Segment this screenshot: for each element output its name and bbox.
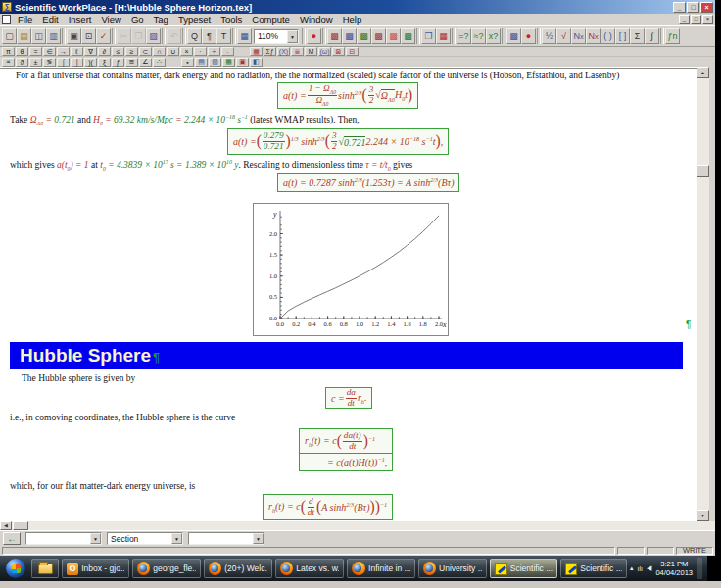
symbol-proportional-button[interactable]: ∝ [2,58,15,67]
chevron-down-icon[interactable]: ▼ [253,533,264,544]
close-button[interactable]: × [700,2,713,13]
open-document-button[interactable]: ▤ [17,28,31,44]
scroll-left-button[interactable]: ◀ [0,521,12,530]
symbol-congruent-button[interactable]: ≅ [125,58,138,67]
import-contents-button[interactable]: ▥ [46,28,61,44]
tray-expand-icon[interactable]: ▴ [630,564,634,572]
symbol-plus-minus-button[interactable]: ± [29,58,42,67]
evaluate-numerically-button[interactable]: ≈? [471,28,486,44]
math-text-toggle-button[interactable]: T [216,28,231,44]
taskbar-swp-button[interactable]: Scientific ... [490,559,557,578]
show-definitions-button[interactable]: ▩ [506,28,521,44]
symbol-angle-button[interactable]: ∠ [139,58,152,67]
spell-check-button[interactable]: ✓ [96,28,111,44]
insert-table-button[interactable]: ▦ [237,28,252,44]
chevron-down-icon[interactable]: ▼ [90,533,101,544]
symbol-subset-button[interactable]: ⊂ [139,47,152,56]
zoom-tool-button[interactable]: Q [187,28,202,44]
fragment-bullet-item-button[interactable]: ▪ [181,58,194,67]
insert-unit-name-button[interactable]: (ω) [318,47,331,56]
item-tag-select[interactable]: ▼ [25,532,102,545]
insert-spacing-button[interactable]: ⊟ [346,47,359,56]
zoom-level-select[interactable]: 110%▼ [254,29,299,44]
symbol-partial-button[interactable]: ∂ [98,47,111,56]
text-tag-select[interactable]: ▼ [188,532,264,545]
insert-matrix-button[interactable]: ▦ [250,47,263,56]
copy-button[interactable]: ❐ [131,28,146,44]
mdi-close-button[interactable]: × [702,15,713,24]
symbol-integral-bottom-button[interactable]: ⌡ [71,58,83,67]
insert-radical-button[interactable]: √ [556,28,571,44]
insert-sum-button[interactable]: Σ [630,28,645,44]
typeset-preview-pdf-button[interactable]: ▩ [371,28,386,44]
inline-plot[interactable]: 0.00.20.40.60.81.01.21.41.61.82.00.00.51… [253,203,449,336]
symbol-bullet-button[interactable]: ∙ [221,47,234,56]
insert-fraction-button[interactable]: ½ [542,28,556,44]
vertical-scrollbar[interactable]: ▲ ▼ [697,67,709,521]
symbol-integral-top-button[interactable]: ⌠ [57,58,70,67]
menu-tools[interactable]: Tools [216,14,247,24]
cut-button[interactable]: ✂ [117,28,131,44]
insert-decoration-button[interactable]: ⊠ [332,47,345,56]
symbol-script-theta-button[interactable]: ϑ [16,58,28,67]
menu-window[interactable]: Window [295,14,338,24]
insert-object-brackets-button[interactable]: (X) [277,47,290,56]
simplify-button[interactable]: x? [486,28,501,44]
fragment-table-2-button[interactable]: ▧ [209,58,221,67]
new-document-button[interactable]: ▢ [2,28,17,44]
symbol-pi-button[interactable]: π [2,47,15,56]
show-desktop-button[interactable] [697,558,702,579]
insert-brackets-button[interactable]: [ ] [615,28,630,44]
menu-typeset[interactable]: Typeset [173,14,216,24]
horizontal-scrollbar[interactable]: ◀ [0,521,715,530]
menu-help[interactable]: Help [338,14,367,24]
menu-go[interactable]: Go [126,14,149,24]
horizontal-scroll-thumb[interactable] [13,521,28,530]
paste-button[interactable]: ▨ [146,28,161,44]
insert-math-name-button[interactable]: M [305,47,317,56]
minimize-button[interactable]: _ [673,2,686,13]
insert-function-button[interactable]: ƒn [665,28,680,44]
chevron-down-icon[interactable]: ▼ [171,533,182,544]
section-tag-select[interactable]: Section ▼ [107,532,183,545]
symbol-theta-button[interactable]: θ [16,47,28,56]
evaluate-button[interactable]: =? [457,28,471,44]
fragment-table-4-button[interactable]: ▣ [236,58,249,67]
fragment-table-1-button[interactable]: ▤ [195,58,208,67]
typeset-preview-dvi-button[interactable]: ▩ [327,28,342,44]
symbol-nabla-button[interactable]: ∇ [84,47,97,56]
menu-edit[interactable]: Edit [37,14,63,24]
show-invisibles-button[interactable]: ¶ [202,28,216,44]
taskbar-firefox-button[interactable]: (20+) Welc... [204,559,272,578]
taskbar-firefox-button[interactable]: University ... [418,559,487,578]
maximize-button[interactable]: □ [687,2,699,13]
taskbar-firefox-button[interactable]: Latex vs. w... [275,559,344,578]
symbol-union-button[interactable]: ∪ [167,47,179,56]
taskbar-clock[interactable]: 3:21 PM04/04/2013 [655,560,693,578]
style-editor-button[interactable]: ▦ [436,28,451,44]
explorer-taskbar-button[interactable] [31,559,59,578]
menu-file[interactable]: File [13,14,37,24]
symbol-center-dot-button[interactable]: · [194,47,207,56]
symbol-greater-equal-button[interactable]: ≥ [125,47,138,56]
scroll-up-button[interactable]: ▲ [697,67,709,78]
taskbar-firefox-button[interactable]: Infinite in ... [347,559,415,578]
taskbar-firefox-button[interactable]: george_fle... [132,559,201,578]
print-preview-button[interactable]: ⊡ [81,28,96,44]
insert-display-button[interactable]: ≣ [291,47,304,56]
stop-operation-button[interactable]: ● [307,28,321,44]
symbol-equals-button[interactable]: = [29,47,42,56]
typeset-compile-pdf-button[interactable]: ▩ [401,28,415,44]
symbol-less-equal-button[interactable]: ≤ [112,47,124,56]
typeset-print-dvi-button[interactable]: ▩ [342,28,357,44]
taskbar-swp-button[interactable]: Scientific ... [560,559,628,578]
fragment-table-3-button[interactable]: ▦ [222,58,235,67]
start-button[interactable] [3,559,28,578]
typeset-print-pdf-button[interactable]: ▩ [386,28,401,44]
mdi-restore-button[interactable]: □ [691,15,701,24]
new-definition-button[interactable]: ● [521,28,536,44]
menu-tag[interactable]: Tag [149,14,173,24]
symbol-therefore-button[interactable]: ∴ [153,58,166,67]
insert-superscript-button[interactable]: Nx [571,28,586,44]
menu-insert[interactable]: Insert [64,14,97,24]
